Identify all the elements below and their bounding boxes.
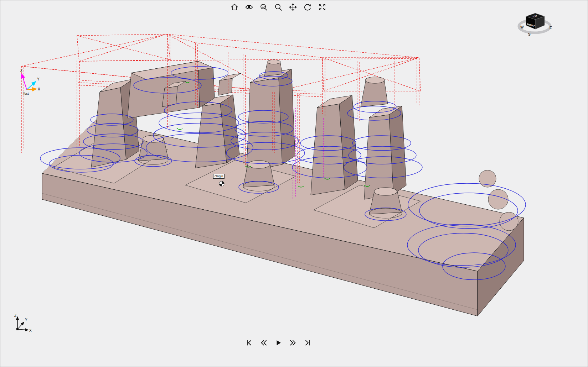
fit-view-button[interactable] (317, 2, 327, 12)
3d-viewport[interactable] (0, 0, 588, 367)
wcs-triad: Z Y X Test (18, 68, 46, 97)
wcs-x-axis (27, 89, 36, 90)
screen-x-axis (17, 329, 28, 330)
step-backward-button[interactable] (259, 339, 268, 347)
play-icon (275, 339, 282, 346)
view-toolbar (229, 2, 327, 12)
machined-part (42, 60, 524, 316)
compass-south[interactable]: S (528, 32, 531, 36)
pan-icon (289, 3, 297, 11)
screen-y-axis (17, 322, 24, 329)
view-visibility-button[interactable] (244, 2, 254, 12)
origin-ball (219, 181, 224, 186)
origin-label: Origin (215, 174, 223, 178)
rotate-view-button[interactable] (303, 2, 313, 12)
edge-scallop (488, 189, 508, 209)
zoom-icon (274, 3, 283, 11)
view-cube[interactable]: W S E TOP FRONT (517, 8, 555, 41)
wcs-z-axis (22, 74, 27, 90)
wcs-z-label: Z (20, 69, 22, 73)
view-cube-body[interactable]: TOP FRONT (526, 13, 545, 29)
zoom-button[interactable] (273, 2, 283, 12)
wcs-y-axis (27, 82, 36, 90)
go-to-end-button[interactable] (303, 339, 312, 347)
eye-icon (245, 3, 253, 11)
view-cube-top-label[interactable]: TOP (532, 15, 537, 18)
zoom-window-icon (259, 3, 268, 11)
playback-controls (245, 339, 312, 347)
zoom-window-button[interactable] (259, 2, 269, 12)
go-to-end-icon (304, 339, 311, 346)
pan-button[interactable] (288, 2, 298, 12)
screen-x-label: X (29, 329, 32, 332)
core-small-wedge (218, 73, 241, 95)
core-tower (311, 95, 358, 195)
compass-west[interactable]: W (520, 25, 524, 29)
boss-frustum (361, 77, 388, 107)
wcs-x-label: X (38, 87, 40, 91)
step-forward-button[interactable] (289, 339, 297, 347)
screen-axis-triad: Z Y X (12, 313, 35, 336)
step-forward-icon (289, 339, 296, 346)
go-to-start-icon (246, 339, 253, 346)
home-button[interactable] (229, 2, 239, 12)
home-icon (230, 3, 239, 11)
boss-frustum (264, 60, 282, 76)
screen-y-label: Y (25, 318, 27, 322)
fit-view-icon (318, 3, 326, 11)
play-button[interactable] (274, 339, 283, 347)
origin-marker: Origin (213, 174, 225, 179)
compass-east[interactable]: E (550, 26, 552, 30)
wcs-y-label: Y (37, 77, 40, 81)
rotate-icon (303, 3, 312, 11)
wcs-name-label: Test (23, 92, 29, 95)
go-to-start-button[interactable] (245, 339, 253, 347)
edge-scallop (500, 212, 518, 231)
screen-z-label: Z (14, 314, 16, 318)
step-backward-icon (260, 339, 267, 346)
